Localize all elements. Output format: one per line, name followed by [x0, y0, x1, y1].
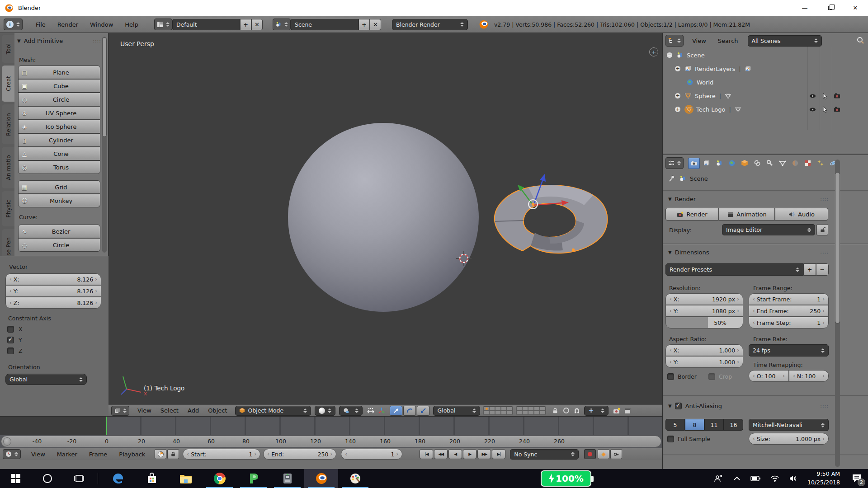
battery-status-widget[interactable]: 100% — [541, 470, 591, 487]
anti-aliasing-checkbox[interactable] — [675, 403, 682, 409]
add-primitive-panel-header[interactable]: ▼ Add Primitive :::: — [17, 38, 101, 44]
people-tray-icon[interactable] — [713, 474, 723, 483]
frame-step-field[interactable]: ‹Frame Step:1› — [749, 317, 829, 328]
tab-create[interactable]: Creat — [2, 66, 14, 102]
border-checkbox-row[interactable]: Border Crop — [667, 373, 732, 380]
checkbox-x[interactable] — [7, 326, 14, 333]
timeline-menu-marker[interactable]: Marker — [51, 451, 83, 458]
keying-set-select[interactable]: ◆ — [598, 449, 609, 459]
taskbar-paint-app[interactable] — [338, 469, 372, 488]
remap-old-field[interactable]: ‹O: 100› — [749, 370, 789, 382]
expand-icon[interactable]: + — [675, 93, 681, 99]
vector-z-field[interactable]: ‹Z:8.126› — [5, 297, 101, 309]
outliner-menu-search[interactable]: Search — [712, 38, 744, 44]
viewport-menu-view[interactable]: View — [133, 407, 156, 414]
anti-aliasing-panel-header[interactable]: ▼ Anti-Aliasing :::: — [668, 403, 829, 409]
aa-size-field[interactable]: ‹Size:1.000 px› — [749, 433, 829, 445]
layers-widget-left[interactable] — [483, 406, 513, 415]
render-panel-header[interactable]: ▼ Render :::: — [668, 196, 829, 202]
add-layout-button[interactable]: + — [240, 19, 251, 30]
decrement-arrow-icon[interactable]: ‹ — [9, 277, 12, 282]
pin-icon[interactable] — [668, 175, 675, 182]
task-view-button[interactable] — [63, 469, 95, 488]
mode-select[interactable]: Object Mode — [235, 406, 311, 416]
border-checkbox[interactable] — [667, 373, 674, 380]
selectability-cursor-icon[interactable] — [822, 93, 828, 99]
taskbar-3d-printer-app[interactable] — [270, 469, 304, 488]
increment-arrow-icon[interactable]: › — [95, 277, 97, 282]
viewport-shading-select[interactable] — [315, 406, 335, 416]
z-axis-arrow[interactable] — [540, 174, 546, 182]
constraint-axis-y[interactable]: Y — [7, 337, 22, 343]
add-cylinder-button[interactable]: ▯Cylinder — [18, 133, 100, 147]
translate-manipulator-button[interactable] — [390, 406, 402, 416]
render-presets-select[interactable]: Render Presets — [665, 263, 803, 276]
menu-file[interactable]: File — [30, 21, 52, 28]
scene-field[interactable]: Scene — [291, 19, 359, 30]
play-button[interactable]: ▶ — [463, 449, 476, 459]
expand-icon[interactable]: + — [675, 106, 681, 113]
add-bezier-button[interactable]: ∿Bezier — [18, 225, 100, 238]
rotate-manipulator-button[interactable] — [403, 406, 416, 416]
start-button[interactable] — [0, 469, 32, 488]
menu-window[interactable]: Window — [84, 21, 119, 28]
close-button[interactable]: ✕ — [843, 0, 868, 16]
render-audio-button[interactable]: Audio — [775, 208, 828, 221]
timeline-menu-view[interactable]: View — [25, 451, 51, 458]
screen-layout-field[interactable]: Default — [172, 19, 240, 30]
aa-filter-select[interactable]: Mitchell-Netravali — [749, 419, 829, 431]
next-keyframe-button[interactable]: ▶▶ — [477, 449, 491, 459]
tab-object-data[interactable] — [777, 158, 788, 169]
add-scene-button[interactable]: + — [359, 19, 370, 30]
outliner-item-world[interactable]: World — [663, 75, 868, 89]
outliner-editor-type-selector[interactable] — [665, 35, 684, 47]
panel-drag-dots-icon[interactable]: :::: — [820, 403, 829, 409]
vector-y-field[interactable]: ‹Y:8.126› — [5, 285, 101, 297]
renderability-camera-icon[interactable] — [834, 93, 841, 99]
constraint-axis-x[interactable]: X — [7, 326, 23, 333]
display-select[interactable]: Image Editor — [722, 224, 815, 235]
renderability-camera-icon[interactable] — [834, 106, 841, 113]
resolution-percentage-slider[interactable]: 50% — [665, 317, 743, 328]
menu-render[interactable]: Render — [52, 21, 84, 28]
add-cone-button[interactable]: △Cone — [18, 147, 100, 160]
taskbar-edge[interactable] — [101, 469, 135, 488]
selectability-cursor-icon[interactable] — [822, 106, 828, 113]
tab-animation[interactable]: Animatio — [2, 147, 14, 188]
show-hidden-icons-chevron[interactable] — [733, 476, 741, 481]
menu-help[interactable]: Help — [119, 21, 144, 28]
tab-tool[interactable]: Tool — [2, 35, 14, 63]
opengl-render-animation-icon[interactable] — [622, 406, 633, 416]
battery-tray-icon[interactable] — [750, 476, 760, 481]
tab-relations[interactable]: Relation — [2, 104, 14, 144]
cortana-button[interactable] — [32, 469, 63, 488]
remove-preset-button[interactable]: − — [816, 263, 829, 276]
panel-drag-dots-icon[interactable]: :::: — [820, 196, 829, 202]
tab-world[interactable] — [726, 158, 738, 169]
layers-widget-right[interactable] — [516, 406, 546, 415]
taskbar-pivot-animator[interactable] — [236, 469, 270, 488]
wifi-tray-icon[interactable] — [770, 475, 779, 482]
y-axis-arrow[interactable] — [518, 185, 524, 191]
tool-shelf-scrollbar-handle[interactable] — [102, 38, 107, 137]
tab-scene[interactable] — [713, 158, 725, 169]
add-grid-button[interactable]: ▦Grid — [18, 180, 100, 194]
resolution-x-field[interactable]: ‹X:1920 px› — [665, 293, 743, 305]
outliner-menu-view[interactable]: View — [686, 38, 712, 44]
viewport-editor-type-selector[interactable] — [111, 406, 129, 416]
lock-time-icon[interactable] — [167, 449, 179, 459]
scene-icon-button[interactable] — [273, 19, 291, 30]
vector-x-field[interactable]: ‹X:8.126› — [5, 273, 101, 285]
transform-orientation-select[interactable]: Global — [433, 406, 480, 416]
outliner-scope-select[interactable]: All Scenes — [748, 35, 822, 47]
delete-scene-button[interactable]: ✕ — [370, 19, 381, 30]
checkbox-y-checked[interactable] — [7, 337, 14, 343]
add-ico-sphere-button[interactable]: ◈Ico Sphere — [18, 120, 100, 133]
aa-samples-8-button[interactable]: 8 — [685, 419, 704, 431]
orientation-select[interactable]: Global — [5, 374, 87, 385]
manipulator-toggle[interactable] — [365, 406, 376, 416]
screen-layout-icon-button[interactable] — [154, 19, 172, 30]
restore-button[interactable] — [817, 0, 843, 16]
unlock-icon[interactable] — [816, 224, 828, 235]
add-circle-button[interactable]: ○Circle — [18, 93, 100, 106]
